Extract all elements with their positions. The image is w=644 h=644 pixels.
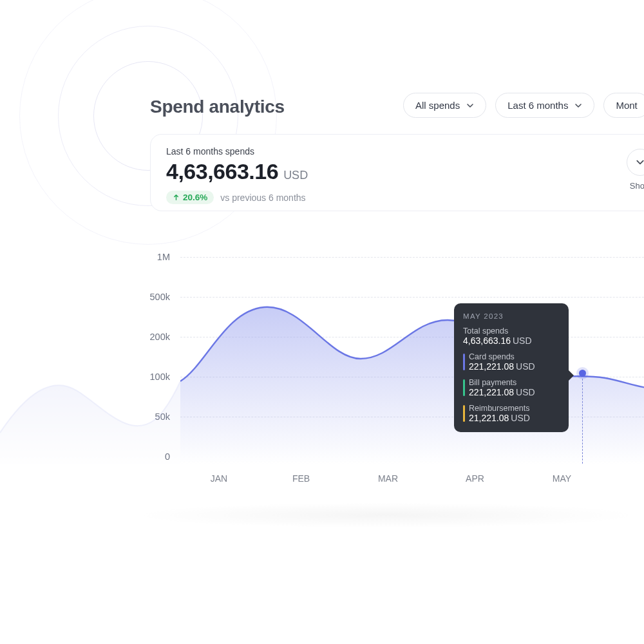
tooltip-row-value: 21,221.08 (469, 413, 509, 423)
tooltip-row-value: 221,221.08 (469, 361, 514, 372)
tooltip-row-value: 221,221.08 (469, 387, 514, 397)
summary-currency: USD (283, 169, 308, 182)
tooltip-total-label: Total spends (463, 327, 560, 336)
arrow-up-icon (173, 194, 180, 201)
tooltip-row-label: Reimbursements (469, 404, 560, 413)
bottom-shadow (129, 502, 644, 528)
y-tick: 500k (150, 292, 173, 302)
show-label: Show (630, 181, 644, 191)
summary-label: Last 6 months spends (166, 146, 308, 156)
tooltip-row-label: Card spends (469, 352, 560, 361)
x-tick: MAR (345, 473, 431, 484)
x-tick: JAN (180, 473, 258, 484)
delta-comparison: vs previous 6 months (220, 193, 305, 203)
filter-spends-label: All spends (415, 100, 460, 111)
tooltip-total-value: 4,63,663.16 (463, 336, 511, 346)
tooltip-row-currency: USD (511, 413, 530, 423)
chart-tooltip: MAY 2023 Total spends 4,63,663.16USD Car… (454, 303, 569, 432)
x-tick: FEB (258, 473, 345, 484)
x-axis: JAN FEB MAR APR MAY (180, 473, 644, 484)
ghost-area (0, 355, 180, 465)
filter-range-label: Last 6 months (507, 100, 568, 111)
x-tick: APR (431, 473, 518, 484)
tooltip-total-currency: USD (513, 336, 532, 346)
y-tick: 200k (150, 332, 173, 342)
tooltip-row-currency: USD (516, 387, 535, 397)
chevron-down-icon (636, 158, 644, 167)
hover-point (579, 370, 586, 377)
tooltip-row-currency: USD (516, 361, 535, 372)
hover-guide-line (582, 379, 583, 464)
y-tick: 1M (157, 252, 173, 262)
delta-chip: 20.6% (166, 191, 214, 204)
chevron-down-icon (574, 102, 582, 109)
filter-spends[interactable]: All spends (403, 93, 486, 118)
tooltip-row-label: Bill payments (469, 378, 560, 387)
delta-value: 20.6% (183, 193, 207, 202)
area-series (180, 246, 644, 465)
filter-granularity-label: Mont (616, 100, 637, 111)
tooltip-date: MAY 2023 (463, 312, 560, 320)
filter-range[interactable]: Last 6 months (495, 93, 594, 118)
x-tick: MAY (518, 473, 605, 484)
chevron-down-icon (466, 102, 474, 109)
summary-value: 4,63,663.16 (166, 159, 278, 184)
show-toggle-button[interactable] (627, 149, 644, 176)
page-title: Spend analytics (150, 97, 285, 117)
filter-bar: All spends Last 6 months Mont (403, 93, 644, 118)
summary-card: Last 6 months spends 4,63,663.16 USD 20.… (150, 134, 644, 211)
filter-granularity[interactable]: Mont (603, 93, 644, 118)
